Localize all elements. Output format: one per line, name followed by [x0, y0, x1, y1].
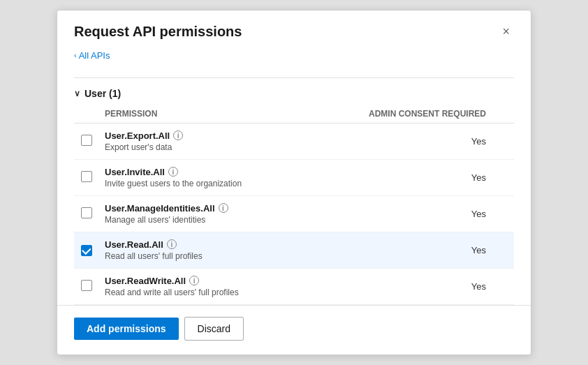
permission-info-cell-user-invite-all: User.Invite.AlliInvite guest users to th… [99, 159, 304, 195]
permission-info-cell-user-manage-identities-all: User.ManageIdentities.AlliManage all use… [99, 195, 304, 232]
permission-desc-user-read-all: Read all users' full profiles [105, 251, 299, 261]
permission-desc-user-readwrite-all: Read and write all users' full profiles [105, 288, 299, 297]
permission-name-user-manage-identities-all: User.ManageIdentities.Alli [105, 203, 299, 214]
permission-name-text-user-read-all: User.Read.All [105, 239, 163, 250]
add-permissions-button[interactable]: Add permissions [74, 318, 179, 340]
admin-consent-user-manage-identities-all: Yes [304, 195, 514, 232]
permissions-table: PERMISSION ADMIN CONSENT REQUIRED User.E… [74, 106, 514, 305]
discard-button[interactable]: Discard [184, 317, 244, 341]
back-link-label: All APIs [79, 50, 110, 61]
info-icon-user-manage-identities-all[interactable]: i [219, 203, 228, 213]
dialog-body: ‹ All APIs ∨ User (1) PERMISSION ADMIN C… [57, 49, 531, 305]
table-row[interactable]: User.Export.AlliExport user's dataYes [74, 123, 514, 159]
info-icon-user-read-all[interactable]: i [167, 239, 177, 249]
section-label: User (1) [84, 88, 121, 99]
admin-consent-user-export-all: Yes [304, 123, 514, 159]
checkbox-cell-user-readwrite-all [74, 268, 99, 304]
col-header-permission: PERMISSION [99, 106, 304, 124]
table-header-row: PERMISSION ADMIN CONSENT REQUIRED [74, 106, 514, 124]
request-api-permissions-dialog: Request API permissions × ‹ All APIs ∨ U… [57, 10, 531, 355]
checkbox-cell-user-export-all [74, 123, 99, 159]
dialog-header: Request API permissions × [57, 10, 531, 49]
info-icon-user-readwrite-all[interactable]: i [189, 276, 199, 285]
admin-consent-user-readwrite-all: Yes [304, 268, 514, 304]
permission-desc-user-export-all: Export user's data [105, 142, 299, 152]
dialog-title: Request API permissions [74, 24, 242, 40]
permission-name-text-user-invite-all: User.Invite.All [105, 167, 165, 177]
section-header[interactable]: ∨ User (1) [74, 88, 514, 99]
collapse-chevron-icon: ∨ [74, 89, 80, 98]
dialog-footer: Add permissions Discard [57, 305, 531, 355]
permission-desc-user-manage-identities-all: Manage all users' identities [105, 215, 299, 225]
permission-desc-user-invite-all: Invite guest users to the organization [105, 179, 299, 188]
checkbox-user-export-all[interactable] [81, 135, 92, 146]
permission-name-text-user-manage-identities-all: User.ManageIdentities.All [105, 203, 215, 214]
permission-name-text-user-readwrite-all: User.ReadWrite.All [105, 276, 186, 286]
permission-name-user-read-all: User.Read.Alli [105, 239, 299, 250]
checkbox-cell-user-read-all [74, 232, 99, 268]
table-row[interactable]: User.Read.AlliRead all users' full profi… [74, 232, 514, 268]
col-header-admin-consent: ADMIN CONSENT REQUIRED [304, 106, 514, 124]
permission-info-cell-user-export-all: User.Export.AlliExport user's data [99, 123, 304, 159]
checkbox-cell-user-invite-all [74, 159, 99, 195]
info-icon-user-export-all[interactable]: i [173, 131, 183, 140]
permission-name-user-export-all: User.Export.Alli [105, 131, 299, 141]
info-icon-user-invite-all[interactable]: i [168, 167, 178, 177]
checkbox-user-readwrite-all[interactable] [81, 280, 92, 291]
checkbox-user-manage-identities-all[interactable] [81, 207, 92, 218]
table-row[interactable]: User.ManageIdentities.AlliManage all use… [74, 195, 514, 232]
table-row[interactable]: User.ReadWrite.AlliRead and write all us… [74, 268, 514, 304]
admin-consent-user-read-all: Yes [304, 232, 514, 268]
section-divider [74, 77, 514, 78]
permission-info-cell-user-readwrite-all: User.ReadWrite.AlliRead and write all us… [99, 268, 304, 304]
admin-consent-user-invite-all: Yes [304, 159, 514, 195]
checkbox-user-read-all[interactable] [81, 245, 92, 256]
permission-name-user-readwrite-all: User.ReadWrite.Alli [105, 276, 299, 286]
permission-name-user-invite-all: User.Invite.Alli [105, 167, 299, 177]
permission-name-text-user-export-all: User.Export.All [105, 131, 170, 141]
checkbox-user-invite-all[interactable] [81, 171, 92, 182]
close-button[interactable]: × [498, 23, 514, 40]
table-row[interactable]: User.Invite.AlliInvite guest users to th… [74, 159, 514, 195]
back-to-all-apis-link[interactable]: ‹ All APIs [74, 50, 110, 61]
col-header-checkbox [74, 106, 99, 124]
checkbox-cell-user-manage-identities-all [74, 195, 99, 232]
permission-info-cell-user-read-all: User.Read.AlliRead all users' full profi… [99, 232, 304, 268]
back-chevron-icon: ‹ [74, 51, 77, 59]
